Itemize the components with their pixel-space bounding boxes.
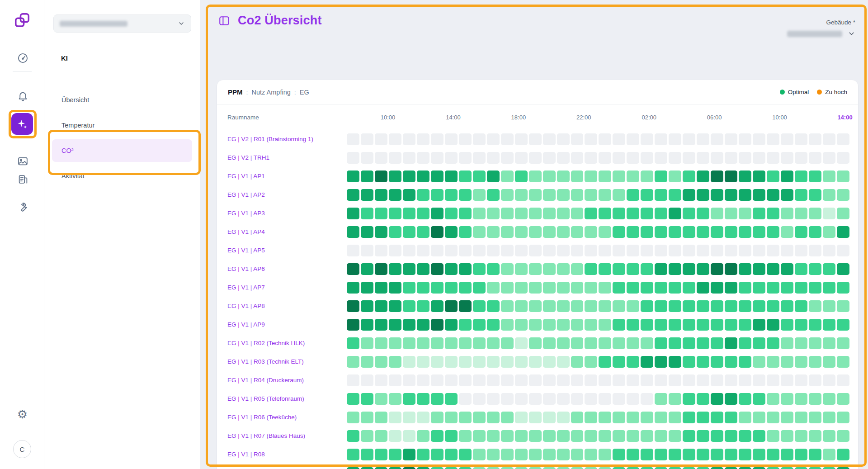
heatmap-cell[interactable] bbox=[487, 430, 500, 442]
heatmap-cell[interactable] bbox=[543, 337, 556, 349]
heatmap-cell[interactable] bbox=[445, 171, 458, 182]
heatmap-cell[interactable] bbox=[725, 263, 737, 275]
heatmap-cell[interactable] bbox=[347, 263, 359, 275]
heatmap-cell[interactable] bbox=[809, 208, 821, 219]
heatmap-cell[interactable] bbox=[683, 412, 695, 423]
heatmap-cell[interactable] bbox=[711, 449, 723, 460]
heatmap-cell[interactable] bbox=[529, 133, 542, 145]
heatmap-cell[interactable] bbox=[431, 449, 443, 460]
heatmap-cell[interactable] bbox=[753, 430, 765, 442]
heatmap-cell[interactable] bbox=[809, 393, 821, 405]
heatmap-cell[interactable] bbox=[557, 467, 570, 469]
heatmap-cell[interactable] bbox=[683, 449, 695, 460]
heatmap-cell[interactable] bbox=[361, 319, 373, 331]
heatmap-cell[interactable] bbox=[473, 282, 486, 294]
heatmap-cell[interactable] bbox=[599, 226, 611, 238]
heatmap-cell[interactable] bbox=[445, 263, 458, 275]
heatmap-cell[interactable] bbox=[781, 393, 793, 405]
heatmap-cell[interactable] bbox=[725, 171, 737, 182]
heatmap-cell[interactable] bbox=[487, 245, 500, 256]
heatmap-cell[interactable] bbox=[641, 263, 653, 275]
heatmap-cell[interactable] bbox=[473, 245, 486, 256]
heatmap-cell[interactable] bbox=[375, 356, 387, 368]
heatmap-cell[interactable] bbox=[375, 245, 387, 256]
heatmap-cell[interactable] bbox=[375, 430, 387, 442]
heatmap-cell[interactable] bbox=[613, 226, 625, 238]
heatmap-cell[interactable] bbox=[571, 189, 584, 201]
heatmap-cell[interactable] bbox=[599, 337, 611, 349]
heatmap-cell[interactable] bbox=[445, 300, 458, 312]
heatmap-cell[interactable] bbox=[795, 226, 807, 238]
heatmap-cell[interactable] bbox=[557, 300, 570, 312]
heatmap-cell[interactable] bbox=[739, 282, 751, 294]
heatmap-cell[interactable] bbox=[753, 449, 765, 460]
heatmap-cell[interactable] bbox=[725, 133, 737, 145]
heatmap-cell[interactable] bbox=[683, 282, 695, 294]
notifications-bell-icon[interactable] bbox=[17, 90, 28, 102]
heatmap-cell[interactable] bbox=[375, 467, 387, 469]
heatmap-cell[interactable] bbox=[823, 189, 835, 201]
heatmap-cell[interactable] bbox=[613, 467, 625, 469]
heatmap-cell[interactable] bbox=[403, 226, 415, 238]
heatmap-cell[interactable] bbox=[809, 467, 821, 469]
heatmap-cell[interactable] bbox=[515, 171, 528, 182]
heatmap-cell[interactable] bbox=[683, 171, 695, 182]
heatmap-cell[interactable] bbox=[767, 412, 779, 423]
heatmap-cell[interactable] bbox=[725, 226, 737, 238]
heatmap-cell[interactable] bbox=[487, 171, 500, 182]
heatmap-cell[interactable] bbox=[585, 245, 597, 256]
heatmap-cell[interactable] bbox=[473, 449, 486, 460]
heatmap-cell[interactable] bbox=[613, 208, 625, 219]
heatmap-cell[interactable] bbox=[725, 245, 737, 256]
heatmap-cell[interactable] bbox=[361, 356, 373, 368]
heatmap-cell[interactable] bbox=[809, 337, 821, 349]
heatmap-cell[interactable] bbox=[697, 393, 709, 405]
heatmap-cell[interactable] bbox=[837, 319, 849, 331]
heatmap-cell[interactable] bbox=[403, 449, 415, 460]
heatmap-cell[interactable] bbox=[711, 393, 723, 405]
heatmap-cell[interactable] bbox=[403, 337, 415, 349]
heatmap-cell[interactable] bbox=[613, 171, 625, 182]
heatmap-cell[interactable] bbox=[501, 152, 514, 164]
heatmap-cell[interactable] bbox=[473, 374, 486, 386]
heatmap-cell[interactable] bbox=[753, 245, 765, 256]
heatmap-cell[interactable] bbox=[417, 356, 429, 368]
heatmap-cell[interactable] bbox=[529, 393, 542, 405]
heatmap-cell[interactable] bbox=[543, 356, 556, 368]
heatmap-cell[interactable] bbox=[809, 319, 821, 331]
heatmap-cell[interactable] bbox=[809, 226, 821, 238]
heatmap-cell[interactable] bbox=[809, 300, 821, 312]
heatmap-cell[interactable] bbox=[655, 374, 667, 386]
heatmap-cell[interactable] bbox=[389, 430, 401, 442]
heatmap-cell[interactable] bbox=[585, 393, 597, 405]
heatmap-cell[interactable] bbox=[431, 467, 443, 469]
heatmap-cell[interactable] bbox=[515, 337, 528, 349]
heatmap-cell[interactable] bbox=[529, 449, 542, 460]
heatmap-cell[interactable] bbox=[529, 467, 542, 469]
heatmap-cell[interactable] bbox=[599, 282, 611, 294]
heatmap-cell[interactable] bbox=[445, 356, 458, 368]
heatmap-cell[interactable] bbox=[641, 282, 653, 294]
heatmap-cell[interactable] bbox=[725, 430, 737, 442]
heatmap-cell[interactable] bbox=[781, 282, 793, 294]
heatmap-cell[interactable] bbox=[739, 171, 751, 182]
heatmap-cell[interactable] bbox=[767, 263, 779, 275]
heatmap-cell[interactable] bbox=[641, 393, 653, 405]
heatmap-cell[interactable] bbox=[795, 337, 807, 349]
heatmap-cell[interactable] bbox=[487, 337, 500, 349]
heatmap-cell[interactable] bbox=[473, 171, 486, 182]
room-name[interactable]: EG | V1 | AP3 bbox=[227, 210, 347, 217]
heatmap-cell[interactable] bbox=[669, 300, 681, 312]
heatmap-cell[interactable] bbox=[445, 449, 458, 460]
heatmap-cell[interactable] bbox=[515, 319, 528, 331]
heatmap-cell[interactable] bbox=[599, 467, 611, 469]
heatmap-cell[interactable] bbox=[837, 300, 849, 312]
heatmap-cell[interactable] bbox=[641, 208, 653, 219]
heatmap-cell[interactable] bbox=[837, 467, 849, 469]
heatmap-cell[interactable] bbox=[739, 226, 751, 238]
heatmap-cell[interactable] bbox=[795, 263, 807, 275]
user-avatar[interactable]: C bbox=[13, 440, 31, 458]
heatmap-cell[interactable] bbox=[655, 319, 667, 331]
heatmap-cell[interactable] bbox=[445, 133, 458, 145]
heatmap-cell[interactable] bbox=[557, 430, 570, 442]
